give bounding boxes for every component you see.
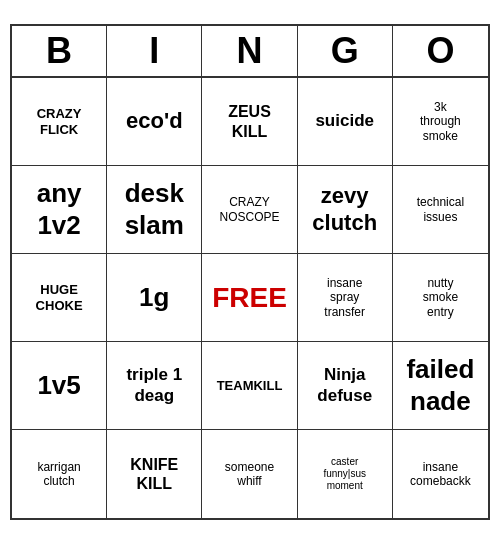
bingo-cell: failed nade (393, 342, 488, 430)
cell-text: nutty smoke entry (423, 276, 458, 319)
cell-text: KNIFE KILL (130, 455, 178, 493)
header-letter: O (393, 26, 488, 76)
bingo-cell: KNIFE KILL (107, 430, 202, 518)
bingo-cell: suicide (298, 78, 393, 166)
bingo-cell: someone whiff (202, 430, 297, 518)
cell-text: 3k through smoke (420, 100, 461, 143)
bingo-cell: caster funny|sus moment (298, 430, 393, 518)
cell-text: 1v5 (37, 370, 80, 401)
cell-text: suicide (315, 111, 374, 131)
cell-text: CRAZY NOSCOPE (219, 195, 279, 224)
cell-text: zevy clutch (312, 183, 377, 236)
cell-text: karrigan clutch (37, 460, 80, 489)
bingo-header: BINGO (12, 26, 488, 78)
bingo-cell: triple 1 deag (107, 342, 202, 430)
bingo-cell: any 1v2 (12, 166, 107, 254)
cell-text: technical issues (417, 195, 464, 224)
cell-text: TEAMKILL (217, 378, 283, 394)
cell-text: triple 1 deag (126, 365, 182, 406)
bingo-cell: ZEUS KILL (202, 78, 297, 166)
cell-text: someone whiff (225, 460, 274, 489)
bingo-cell: zevy clutch (298, 166, 393, 254)
bingo-cell: 1g (107, 254, 202, 342)
bingo-cell: technical issues (393, 166, 488, 254)
cell-text: eco'd (126, 108, 183, 134)
cell-text: Ninja defuse (317, 365, 372, 406)
cell-text: HUGE CHOKE (36, 282, 83, 313)
header-letter: N (202, 26, 297, 76)
cell-text: CRAZY FLICK (37, 106, 82, 137)
bingo-cell: 3k through smoke (393, 78, 488, 166)
cell-text: insane spray transfer (324, 276, 365, 319)
cell-text: desk slam (125, 178, 184, 240)
bingo-cell: insane spray transfer (298, 254, 393, 342)
bingo-cell: nutty smoke entry (393, 254, 488, 342)
bingo-cell: desk slam (107, 166, 202, 254)
cell-text: failed nade (406, 354, 474, 416)
cell-text: ZEUS KILL (228, 102, 271, 140)
bingo-cell: HUGE CHOKE (12, 254, 107, 342)
bingo-cell: CRAZY FLICK (12, 78, 107, 166)
bingo-cell: FREE (202, 254, 297, 342)
bingo-cell: karrigan clutch (12, 430, 107, 518)
cell-text: FREE (212, 281, 287, 315)
bingo-cell: eco'd (107, 78, 202, 166)
cell-text: insane comebackk (410, 460, 471, 489)
cell-text: 1g (139, 282, 169, 313)
header-letter: I (107, 26, 202, 76)
cell-text: caster funny|sus moment (323, 456, 366, 492)
bingo-cell: 1v5 (12, 342, 107, 430)
bingo-card: BINGO CRAZY FLICKeco'dZEUS KILLsuicide3k… (10, 24, 490, 520)
bingo-cell: TEAMKILL (202, 342, 297, 430)
header-letter: G (298, 26, 393, 76)
bingo-cell: Ninja defuse (298, 342, 393, 430)
cell-text: any 1v2 (37, 178, 82, 240)
bingo-cell: insane comebackk (393, 430, 488, 518)
bingo-cell: CRAZY NOSCOPE (202, 166, 297, 254)
bingo-grid: CRAZY FLICKeco'dZEUS KILLsuicide3k throu… (12, 78, 488, 518)
header-letter: B (12, 26, 107, 76)
